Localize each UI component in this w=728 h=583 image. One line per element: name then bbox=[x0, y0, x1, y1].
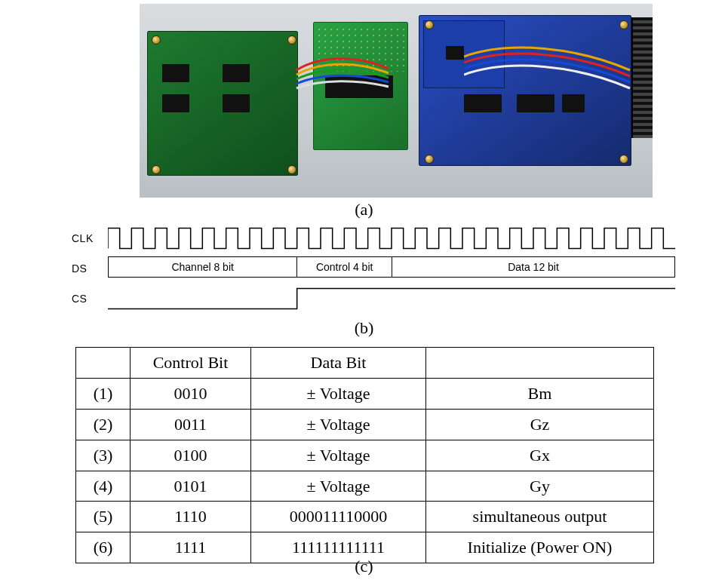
screw bbox=[619, 155, 628, 164]
td-control: 0010 bbox=[131, 378, 251, 409]
ic-chip bbox=[464, 94, 502, 112]
td-idx: (2) bbox=[76, 409, 131, 440]
cs-waveform bbox=[108, 285, 675, 312]
screw bbox=[152, 35, 161, 44]
td-data: ± Voltage bbox=[251, 409, 426, 440]
table-row: (4)0101± VoltageGy bbox=[76, 471, 654, 502]
caption-b: (b) bbox=[0, 318, 728, 338]
timing-row-ds: DS Channel 8 bit Control 4 bit Data 12 b… bbox=[72, 255, 675, 282]
caption-c: (c) bbox=[0, 557, 728, 576]
td-data: ± Voltage bbox=[251, 378, 426, 409]
th-desc bbox=[426, 348, 654, 379]
td-desc: Gy bbox=[426, 471, 654, 502]
td-idx: (4) bbox=[76, 471, 131, 502]
td-data: 000011110000 bbox=[251, 502, 426, 532]
ds-label: DS bbox=[72, 262, 108, 275]
table-row: (3)0100± VoltageGx bbox=[76, 440, 654, 471]
screw bbox=[152, 165, 161, 174]
clk-waveform bbox=[108, 225, 675, 252]
table-row: (5)1110000011110000simultaneous output bbox=[76, 502, 654, 532]
timing-row-cs: CS bbox=[72, 285, 675, 312]
pcb-blue-daughterboard bbox=[423, 20, 505, 88]
clk-label: CLK bbox=[72, 232, 108, 244]
control-bit-table: Control Bit Data Bit (1)0010± VoltageBm(… bbox=[75, 347, 654, 563]
ic-chip bbox=[517, 94, 554, 112]
th-control: Control Bit bbox=[131, 348, 251, 379]
ds-seg-control: Control 4 bit bbox=[297, 257, 392, 277]
ic-chip bbox=[162, 64, 189, 82]
td-idx: (5) bbox=[76, 502, 131, 532]
screw bbox=[287, 35, 296, 44]
edge-connector bbox=[631, 17, 653, 138]
screw bbox=[287, 165, 296, 174]
ic-chip bbox=[325, 75, 393, 98]
ic-chip bbox=[562, 94, 585, 112]
table-row: (1)0010± VoltageBm bbox=[76, 378, 654, 409]
caption-a: (a) bbox=[0, 200, 728, 219]
cs-label: CS bbox=[72, 293, 108, 305]
th-index bbox=[76, 348, 131, 379]
ic-chip bbox=[223, 94, 250, 112]
ic-chip bbox=[446, 46, 464, 60]
ds-frame: Channel 8 bit Control 4 bit Data 12 bit bbox=[108, 256, 675, 278]
td-control: 0100 bbox=[131, 440, 251, 471]
screw bbox=[619, 20, 628, 29]
td-desc: Gz bbox=[426, 409, 654, 440]
td-data: ± Voltage bbox=[251, 440, 426, 471]
td-desc: Gx bbox=[426, 440, 654, 471]
protoboard-dots bbox=[316, 26, 405, 72]
ic-chip bbox=[162, 94, 189, 112]
ds-seg-data: Data 12 bit bbox=[392, 257, 674, 277]
hardware-photo bbox=[140, 4, 653, 198]
td-control: 0101 bbox=[131, 471, 251, 502]
td-idx: (3) bbox=[76, 440, 131, 471]
td-control: 0011 bbox=[131, 409, 251, 440]
timing-row-clk: CLK bbox=[72, 225, 675, 252]
table-row: (2)0011± VoltageGz bbox=[76, 409, 654, 440]
timing-diagram: CLK DS Channel 8 bit Control 4 bit Data … bbox=[72, 225, 675, 315]
td-desc: simultaneous output bbox=[426, 502, 654, 532]
td-idx: (1) bbox=[76, 378, 131, 409]
th-data: Data Bit bbox=[251, 348, 426, 379]
table-header-row: Control Bit Data Bit bbox=[76, 348, 654, 379]
ds-seg-channel: Channel 8 bit bbox=[109, 257, 297, 277]
screw bbox=[425, 155, 434, 164]
td-control: 1110 bbox=[131, 502, 251, 532]
td-desc: Bm bbox=[426, 378, 654, 409]
td-data: ± Voltage bbox=[251, 471, 426, 502]
ic-chip bbox=[223, 64, 250, 82]
screw bbox=[425, 20, 434, 29]
